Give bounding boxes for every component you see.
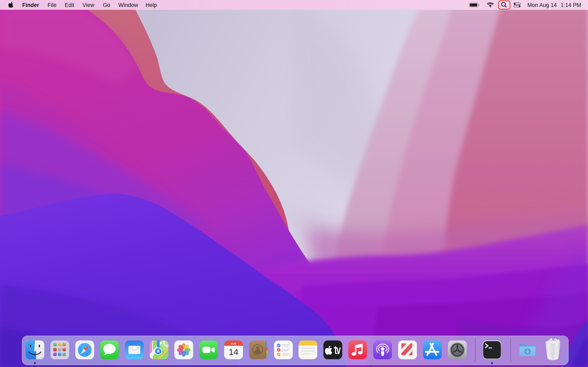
svg-text:14: 14 [229, 347, 238, 357]
svg-text:AUG: AUG [231, 342, 236, 345]
